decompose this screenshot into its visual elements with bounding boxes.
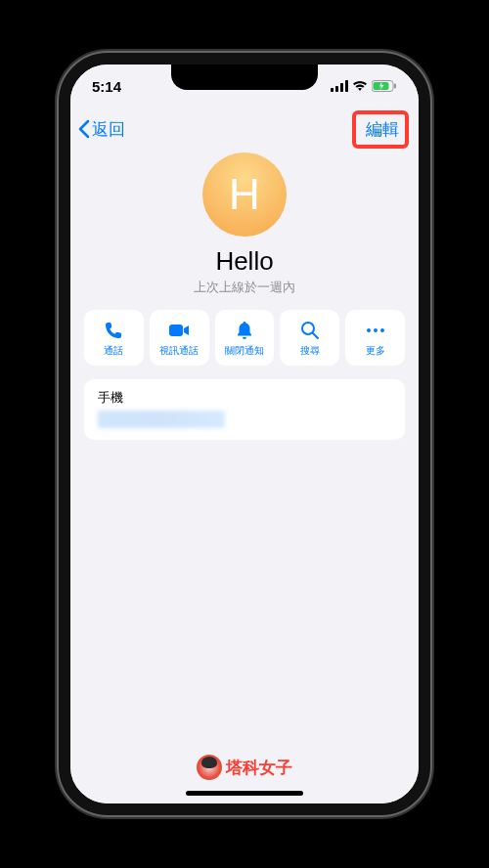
screen: 5:14 返回 編輯 <box>70 65 419 803</box>
action-video[interactable]: 視訊通話 <box>150 310 209 366</box>
action-label: 通話 <box>104 344 123 358</box>
chevron-left-icon <box>78 119 90 139</box>
action-more[interactable]: 更多 <box>345 310 405 366</box>
action-mute[interactable]: 關閉通知 <box>215 310 275 366</box>
watermark-text: 塔科女子 <box>226 757 292 779</box>
action-row: 通話 視訊通話 關閉通知 <box>84 310 405 366</box>
action-search[interactable]: 搜尋 <box>280 310 339 366</box>
watermark-avatar-icon <box>197 755 222 780</box>
phone-number-redacted <box>98 411 225 428</box>
phone-icon <box>104 320 123 341</box>
phone-field-label: 手機 <box>98 389 391 407</box>
svg-rect-2 <box>340 83 343 92</box>
notch <box>171 65 318 90</box>
info-card[interactable]: 手機 <box>84 379 405 440</box>
svg-rect-0 <box>331 88 333 92</box>
more-icon <box>366 320 385 341</box>
back-label: 返回 <box>92 118 125 141</box>
contact-name: Hello <box>215 246 273 277</box>
status-right <box>331 80 397 92</box>
edit-button[interactable]: 編輯 <box>354 112 411 147</box>
svg-rect-7 <box>169 325 183 336</box>
action-label: 視訊通話 <box>159 344 199 358</box>
home-indicator[interactable] <box>186 791 303 796</box>
svg-point-11 <box>380 328 384 332</box>
watermark: 塔科女子 <box>197 755 292 780</box>
svg-rect-5 <box>394 84 396 89</box>
svg-point-9 <box>367 328 371 332</box>
nav-bar: 返回 編輯 <box>70 108 419 151</box>
content: H Hello 上次上線於一週內 通話 視訊通話 <box>70 151 419 803</box>
video-icon <box>168 320 190 341</box>
battery-icon <box>372 80 397 92</box>
wifi-icon <box>352 80 368 92</box>
edit-button-wrap: 編輯 <box>354 112 411 147</box>
phone-frame: 5:14 返回 編輯 <box>59 53 430 815</box>
action-label: 搜尋 <box>300 344 320 358</box>
svg-point-8 <box>302 323 314 334</box>
avatar-initial: H <box>229 170 260 219</box>
avatar[interactable]: H <box>202 152 287 237</box>
contact-subtitle: 上次上線於一週內 <box>194 279 295 296</box>
action-call[interactable]: 通話 <box>84 310 144 366</box>
bell-icon <box>236 320 253 341</box>
action-label: 更多 <box>366 344 385 358</box>
svg-rect-1 <box>335 86 338 92</box>
search-icon <box>300 320 320 341</box>
back-button[interactable]: 返回 <box>78 118 125 141</box>
status-time: 5:14 <box>92 78 121 95</box>
signal-icon <box>331 80 348 92</box>
svg-point-10 <box>374 328 378 332</box>
action-label: 關閉通知 <box>225 344 264 358</box>
svg-rect-3 <box>345 80 348 92</box>
